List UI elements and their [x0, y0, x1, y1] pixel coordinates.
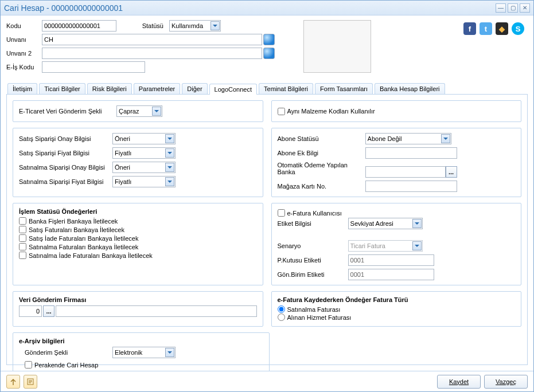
otomatik-odeme-label: Otomatik Ödeme Yapılan Banka: [278, 162, 364, 175]
veri-gonderim-browse[interactable]: ...: [43, 305, 54, 317]
islem-check-0[interactable]: Banka Fişleri Bankaya İletilecek: [19, 217, 257, 225]
save-button[interactable]: Kaydet: [437, 375, 481, 389]
ayni-malzeme-check[interactable]: Aynı Malzeme Kodları Kullanılır: [278, 108, 375, 115]
globe-icon[interactable]: [263, 34, 275, 45]
sasf-label: Satınalma Siparişi Fiyat Bilgisi: [19, 178, 111, 185]
tab-parametreler[interactable]: Parametreler: [134, 83, 181, 94]
pkutu-label: P.Kutusu Etiketi: [278, 257, 346, 264]
islem-check-4[interactable]: Satınalma İade Faturaları Bankaya İletil…: [19, 252, 257, 259]
eticaret-select[interactable]: Çapraz: [116, 105, 162, 117]
otomatik-odeme-browse[interactable]: ...: [446, 166, 457, 178]
tab-iletisim[interactable]: İletişim: [7, 83, 37, 94]
ayni-malzeme-label: Aynı Malzeme Kodları Kullanılır: [287, 108, 375, 115]
sasf-select[interactable]: Fiyatlı: [112, 176, 176, 187]
magaza-karti-input[interactable]: [365, 181, 457, 192]
islem-check-3[interactable]: Satınalma Faturaları Bankaya İletilecek: [19, 243, 257, 250]
gonderim-sekli-label: Gönderim Şekli: [25, 349, 111, 356]
minimize-button[interactable]: —: [496, 3, 506, 13]
sso-label: Satış Siparişi Onay Bilgisi: [19, 135, 111, 142]
senaryo-select: Ticari Fatura: [348, 240, 423, 252]
islem-check-2[interactable]: Satış İade Faturaları Bankaya İletilecek: [19, 234, 257, 242]
tab-ticari[interactable]: Ticari Bilgiler: [39, 83, 85, 94]
saso-select[interactable]: Öneri: [112, 162, 176, 173]
sso-select[interactable]: Öneri: [112, 133, 176, 144]
radio-satinalma[interactable]: Satınalma Faturası: [278, 305, 516, 313]
tab-diger[interactable]: Diğer: [182, 83, 207, 94]
tabstrip: İletişim Ticari Bilgiler Risk Bilgileri …: [6, 83, 528, 95]
image-placeholder[interactable]: [303, 20, 371, 73]
note-icon[interactable]: [24, 375, 37, 389]
unvani2-label: Unvanı 2: [6, 50, 42, 57]
efatura-kayit-title: e-Fatura Kaydederken Öndeğer Fatura Türü: [278, 296, 516, 303]
ayni-malzeme-checkbox[interactable]: [278, 108, 285, 115]
abone-ek-input[interactable]: [365, 147, 457, 159]
otomatik-odeme-input[interactable]: [365, 166, 446, 178]
saso-label: Satınalma Siparişi Onay Bilgisi: [19, 164, 111, 171]
twitter-icon[interactable]: t: [480, 22, 492, 35]
tab-body: E-Ticaret Veri Gönderim Şekli Çapraz Ayn…: [6, 95, 528, 365]
magaza-karti-label: Mağaza Kartı No.: [278, 183, 364, 190]
square-icon[interactable]: ◆: [496, 22, 508, 35]
maximize-button[interactable]: ▢: [508, 3, 518, 13]
tab-teminat[interactable]: Teminat Bilgileri: [259, 83, 313, 94]
efatura-kullanici-check[interactable]: e-Fatura Kullanıcısı: [278, 209, 516, 217]
etiket-bilgisi-select[interactable]: Sevkiyat Adresi: [348, 218, 423, 229]
gon-label: Gön.Birim Etiketi: [278, 271, 346, 278]
radio-alinan-hizmet[interactable]: Alınan Hizmet Faturası: [278, 313, 516, 321]
abone-ek-label: Abone Ek Bilgi: [278, 150, 364, 156]
statusu-select[interactable]: Kullanımda: [169, 20, 221, 32]
statusu-select-wrap: Kullanımda: [169, 20, 221, 32]
islem-check-1[interactable]: Satış Faturaları Bankaya İletilecek: [19, 226, 257, 233]
eticaret-label: E-Ticaret Veri Gönderim Şekli: [19, 108, 116, 115]
cancel-button[interactable]: Vazgeç: [484, 375, 528, 389]
social-row: f t ◆ S: [463, 22, 524, 35]
eiskodu-label: E-İş Kodu: [6, 64, 42, 70]
tab-bankahesap[interactable]: Banka Hesap Bilgileri: [375, 83, 445, 94]
window-title: Cari Hesap - 0000000000000001: [4, 3, 494, 13]
tab-logoconnect[interactable]: LogoConnect: [209, 84, 257, 95]
skype-icon[interactable]: S: [512, 22, 524, 35]
tab-risk[interactable]: Risk Bilgileri: [87, 83, 132, 94]
content: Kodu Statüsü Kullanımda Unvanı Unvanı 2: [1, 15, 533, 371]
ssf-select[interactable]: Fiyatlı: [112, 147, 176, 159]
gon-input: [348, 269, 434, 280]
footer: Kaydet Vazgeç: [1, 371, 533, 391]
unvani-input[interactable]: [42, 34, 262, 45]
kodu-label: Kodu: [6, 22, 42, 29]
gonderim-sekli-select[interactable]: Elektronik: [112, 347, 176, 358]
veri-gonderim-text[interactable]: [56, 305, 257, 317]
islem-statu-title: İşlem Statüsü Öndeğerleri: [19, 208, 257, 215]
senaryo-label: Senaryo: [278, 242, 346, 249]
attach-icon[interactable]: [6, 375, 20, 389]
veri-gonderim-num[interactable]: [19, 305, 42, 317]
earsiv-title: e-Arşiv bilgileri: [19, 338, 263, 344]
veri-gonderim-title: Veri Gönderim Firması: [19, 296, 257, 303]
ssf-label: Satış Siparişi Fiyat Bilgisi: [19, 150, 111, 156]
abone-statusu-select[interactable]: Abone Değil: [365, 133, 451, 144]
etiket-bilgisi-label: Etiket Bilgisi: [278, 220, 346, 227]
statusu-label: Statüsü: [116, 22, 169, 29]
globe-icon[interactable]: [263, 48, 275, 59]
kodu-input[interactable]: [42, 20, 116, 32]
close-button[interactable]: ✕: [520, 3, 530, 13]
unvani2-input[interactable]: [42, 48, 262, 59]
titlebar: Cari Hesap - 0000000000000001 — ▢ ✕: [1, 1, 533, 15]
tab-formtasarim[interactable]: Form Tasarımları: [315, 83, 373, 94]
facebook-icon[interactable]: f: [463, 22, 476, 35]
unvani-label: Unvanı: [6, 36, 42, 43]
eiskodu-input[interactable]: [42, 61, 145, 73]
perakende-check[interactable]: Perakende Cari Hesap: [19, 361, 263, 369]
header-block: Kodu Statüsü Kullanımda Unvanı Unvanı 2: [6, 20, 528, 73]
abone-statusu-label: Abone Statüsü: [278, 135, 364, 142]
pkutu-input: [348, 254, 434, 266]
